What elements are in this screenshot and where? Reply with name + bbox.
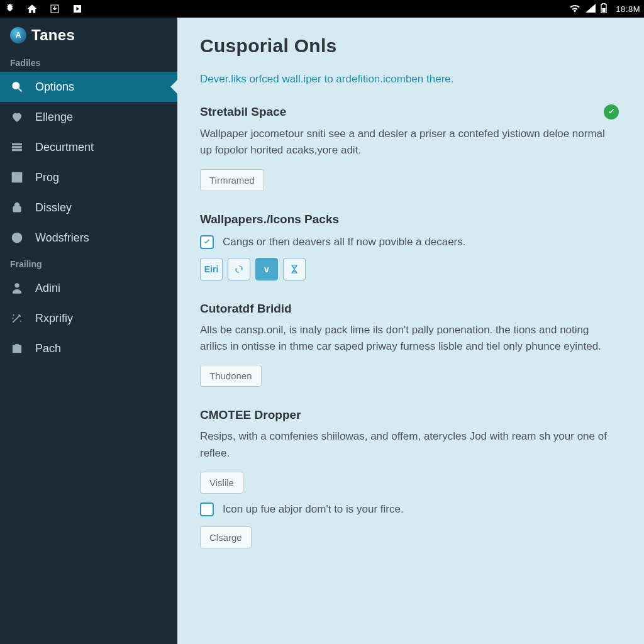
svg-point-1 <box>13 82 19 89</box>
sidebar-item-label: Pach <box>35 342 61 355</box>
signal-icon <box>586 4 596 14</box>
wifi-icon <box>569 4 580 14</box>
sidebar-item-adini[interactable]: Adini <box>0 273 177 303</box>
sidebar-item-label: Wodsfriers <box>35 231 89 245</box>
wand-icon <box>10 311 24 325</box>
sidebar-item-ellenge[interactable]: Ellenge <box>0 102 177 132</box>
sidebar-group-1-header: Fadiles <box>0 52 177 72</box>
svg-rect-5 <box>13 149 22 151</box>
brand: Tanes <box>0 18 177 52</box>
pack-chip-v[interactable]: v <box>255 258 278 280</box>
status-bug-icon <box>4 3 15 14</box>
lock-icon <box>10 201 24 214</box>
app-root: Tanes Fadiles Options Ellenge Decurtment <box>0 18 644 644</box>
sidebar-item-dissley[interactable]: Dissley <box>0 192 177 223</box>
sidebar-item-wodsfriers[interactable]: Wodsfriers <box>0 223 177 253</box>
section-body: Alls be cansp.onil, is inaly pack lime i… <box>200 322 615 355</box>
content-area: Cusporial Onls Dever.liks orfced wall.ip… <box>177 18 644 644</box>
thudonen-button[interactable]: Thudonen <box>200 365 262 387</box>
section-wallpapers-icons: Wallpapers./Icons Packs Cangs or then de… <box>200 213 619 280</box>
sidebar-group-2-header: Frailing <box>0 253 177 273</box>
sidebar-item-rxprifiy[interactable]: Rxprifiy <box>0 303 177 333</box>
section-body: Resips, with a comfenies shiilowas, and … <box>200 428 615 462</box>
brand-logo-icon <box>10 27 26 43</box>
check-badge-icon <box>604 104 619 119</box>
sidebar-item-label: Rxprifiy <box>35 312 73 325</box>
section-body: Wallpaper jocometour sniti see a and des… <box>200 126 615 159</box>
sidebar-item-label: Decurtment <box>35 141 94 154</box>
svg-rect-8 <box>13 206 21 211</box>
status-play-icon <box>72 3 83 14</box>
svg-point-7 <box>15 175 19 180</box>
brand-name: Tanes <box>31 26 75 44</box>
svg-point-10 <box>15 284 19 288</box>
svg-rect-4 <box>13 147 22 148</box>
sidebar-item-options[interactable]: Options <box>0 72 177 102</box>
section-cmotee-dropper: CMOTEE Dropper Resips, with a comfenies … <box>200 408 619 548</box>
section-stretabil-space: Stretabil Space Wallpaper jocometour sni… <box>200 104 619 191</box>
svg-line-2 <box>19 89 22 92</box>
status-download-icon <box>49 3 60 14</box>
status-home-icon <box>26 3 38 14</box>
sidebar-item-prog[interactable]: Prog <box>0 162 177 192</box>
clock-icon <box>10 231 24 245</box>
deavers-checkbox[interactable] <box>200 235 214 249</box>
square-circle-icon <box>10 170 24 184</box>
svg-rect-0 <box>602 8 606 13</box>
pack-chip-eiri[interactable]: Eiri <box>200 258 223 280</box>
sidebar-item-label: Ellenge <box>35 111 73 124</box>
heart-icon <box>10 110 24 124</box>
icon-up-checkbox[interactable] <box>200 502 214 516</box>
sidebar-item-pach[interactable]: Pach <box>0 333 177 364</box>
person-icon <box>10 281 24 295</box>
briefcase-icon <box>10 341 24 355</box>
pack-chip-hourglass[interactable] <box>283 258 306 280</box>
search-icon <box>10 80 24 94</box>
section-heading: CMOTEE Dropper <box>200 408 619 422</box>
section-heading: Stretabil Space <box>200 105 286 119</box>
clsarge-button[interactable]: Clsarge <box>200 526 252 548</box>
sidebar-item-label: Options <box>35 80 74 94</box>
section-heading: Cutoratdf Bridid <box>200 302 619 316</box>
battery-icon <box>601 3 607 15</box>
section-cutoratdf-bridid: Cutoratdf Bridid Alls be cansp.onil, is … <box>200 302 619 387</box>
page-title: Cusporial Onls <box>200 35 619 57</box>
svg-rect-3 <box>13 143 22 145</box>
sidebar: Tanes Fadiles Options Ellenge Decurtment <box>0 18 177 644</box>
icon-pack-chips: Eiri v <box>200 258 619 280</box>
sidebar-item-label: Prog <box>35 171 59 184</box>
section-heading: Wallpapers./Icons Packs <box>200 213 619 226</box>
page-intro-link[interactable]: Dever.liks orfced wall.iper to ardefitio… <box>200 73 619 86</box>
sidebar-item-decurtment[interactable]: Decurtment <box>0 132 177 162</box>
tirmramed-button[interactable]: Tirmramed <box>200 169 264 191</box>
vislile-button[interactable]: Vislile <box>200 472 243 494</box>
list-icon <box>10 140 24 154</box>
android-status-bar: 18:8M <box>0 0 644 18</box>
sidebar-item-label: Adini <box>35 282 60 295</box>
icon-up-checkbox-label: Icon up fue abjor dom't to is your firce… <box>223 503 404 516</box>
pack-chip-refresh[interactable] <box>228 258 250 280</box>
deavers-checkbox-label: Cangs or then deavers all If now povible… <box>223 236 466 248</box>
sidebar-item-label: Dissley <box>35 201 72 214</box>
status-clock: 18:8M <box>616 4 640 14</box>
